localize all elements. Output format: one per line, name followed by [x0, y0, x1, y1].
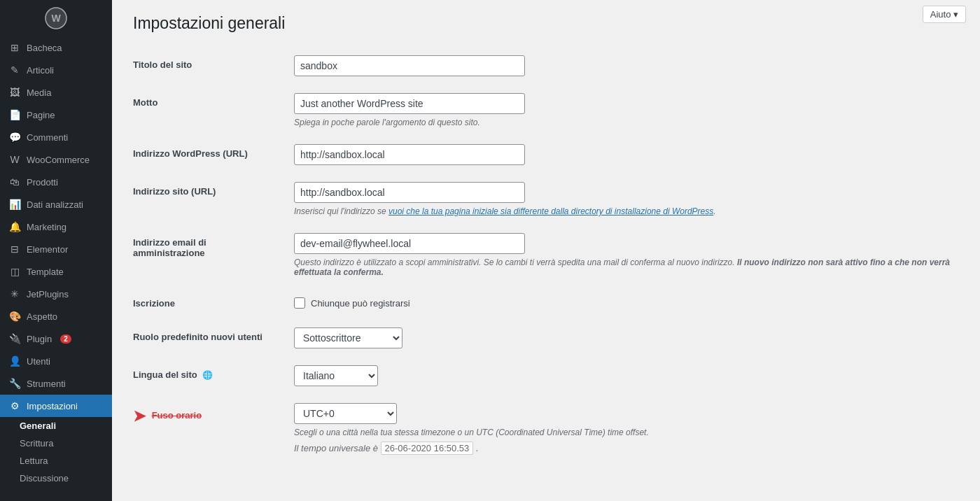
sidebar-item-label-elementor: Elementor: [27, 244, 68, 255]
field-label-lingua: Lingua del sito 🌐: [133, 357, 287, 395]
arrow-indicator: ➤: [133, 407, 146, 425]
sub-nav-discussione[interactable]: Discussione: [0, 470, 112, 487]
dati-analizzati-icon: 📊: [8, 199, 21, 210]
sidebar-item-label-template: Template: [27, 267, 64, 277]
timezone-time-value: 26-06-2020 16:50.53: [381, 442, 474, 455]
media-icon: 🖼: [8, 87, 21, 98]
field-row-ruolo: Ruolo predefinito nuovi utenti Sottoscri…: [133, 319, 959, 357]
sidebar-item-label-pagine: Pagine: [27, 110, 55, 120]
sub-nav-generali[interactable]: Generali: [0, 417, 112, 435]
sidebar-item-jetplugins[interactable]: ✳JetPlugins: [0, 283, 112, 305]
sidebar-item-label-utenti: Utenti: [27, 356, 50, 367]
field-row-fuso-orario: ➤ Fuso orario UTC+0 UTC+1 UTC+2 UTC+3 Eu…: [133, 395, 959, 463]
motto-input[interactable]: [294, 93, 525, 114]
sidebar-item-commenti[interactable]: 💬Commenti: [0, 126, 112, 148]
commenti-icon: 💬: [8, 132, 21, 143]
sub-nav-scrittura[interactable]: Scrittura: [0, 435, 112, 452]
field-label-fuso-orario: ➤ Fuso orario: [133, 395, 287, 463]
svg-text:W: W: [51, 13, 61, 24]
field-label-admin-email: Indirizzo email di amministrazione: [133, 225, 287, 285]
language-icon: 🌐: [202, 370, 213, 380]
main-content: Impostazioni generali Titolo del sito Mo…: [112, 0, 980, 501]
marketing-icon: 🔔: [8, 221, 21, 232]
field-row-motto: Motto Spiega in poche parole l'argomento…: [133, 85, 959, 136]
sidebar-item-strumenti[interactable]: 🔧Strumenti: [0, 372, 112, 395]
wp-logo: W: [43, 6, 69, 31]
sidebar-item-label-marketing: Marketing: [27, 222, 66, 232]
sidebar-item-label-woocommerce: WooCommerce: [27, 155, 90, 165]
bacheca-icon: ⊞: [8, 42, 21, 53]
strumenti-icon: 🔧: [8, 378, 21, 389]
site-address-link[interactable]: vuoi che la tua pagina iniziale sia diff…: [388, 206, 713, 216]
sidebar-item-woocommerce[interactable]: WWooCommerce: [0, 148, 112, 171]
field-label-site-title: Titolo del sito: [133, 47, 287, 85]
field-label-wp-address: Indirizzo WordPress (URL): [133, 136, 287, 174]
plugin-icon: 🔌: [8, 333, 21, 344]
sidebar-item-label-strumenti: Strumenti: [27, 379, 66, 389]
fuso-orario-description: Scegli o una città nella tua stessa time…: [294, 428, 952, 437]
admin-email-input[interactable]: [294, 233, 525, 254]
articoli-icon: ✎: [8, 64, 21, 76]
help-button-label: Aiuto ▾: [930, 9, 958, 20]
sidebar-item-utenti[interactable]: 👤Utenti: [0, 350, 112, 372]
site-title-input[interactable]: [294, 55, 525, 76]
sidebar-item-pagine[interactable]: 📄Pagine: [0, 104, 112, 126]
sidebar-item-aspetto[interactable]: 🎨Aspetto: [0, 305, 112, 327]
field-label-site-address: Indirizzo sito (URL): [133, 174, 287, 225]
sidebar-item-bacheca[interactable]: ⊞Bacheca: [0, 36, 112, 59]
field-row-iscrizione: Iscrizione Chiunque può registrarsi: [133, 285, 959, 319]
sidebar-item-template[interactable]: ◫Template: [0, 260, 112, 283]
timezone-current-time: Il tempo universale è 26-06-2020 16:50.5…: [294, 442, 952, 455]
impostazioni-icon: ⚙: [8, 400, 21, 411]
sidebar-item-marketing[interactable]: 🔔Marketing: [0, 216, 112, 238]
sidebar-item-label-dati-analizzati: Dati analizzati: [27, 199, 83, 210]
lingua-select[interactable]: Italiano English Deutsch Español Françai…: [294, 365, 378, 386]
sidebar-item-impostazioni[interactable]: ⚙Impostazioni: [0, 395, 112, 417]
sidebar-item-plugin[interactable]: 🔌Plugin2: [0, 327, 112, 350]
sidebar-items-container: ⊞Bacheca✎Articoli🖼Media📄Pagine💬CommentiW…: [0, 36, 112, 487]
woocommerce-icon: W: [8, 154, 21, 165]
iscrizione-checkbox-label: Chiunque può registrarsi: [311, 298, 410, 309]
badge-plugin: 2: [60, 334, 71, 344]
sidebar-item-label-articoli: Articoli: [27, 65, 54, 76]
iscrizione-checkbox[interactable]: [294, 297, 305, 309]
sidebar-item-label-plugin: Plugin: [27, 334, 52, 344]
sidebar-item-label-prodotti: Prodotti: [27, 177, 58, 188]
field-row-site-title: Titolo del sito: [133, 47, 959, 85]
sidebar-item-media[interactable]: 🖼Media: [0, 81, 112, 104]
field-row-admin-email: Indirizzo email di amministrazione Quest…: [133, 225, 959, 285]
field-row-site-address: Indirizzo sito (URL) Inserisci qui l'ind…: [133, 174, 959, 225]
page-title: Impostazioni generali: [133, 14, 959, 33]
fuso-orario-select[interactable]: UTC+0 UTC+1 UTC+2 UTC+3 Europe/Rome: [294, 403, 397, 424]
sidebar-item-articoli[interactable]: ✎Articoli: [0, 59, 112, 81]
sidebar-item-label-bacheca: Bacheca: [27, 43, 62, 53]
aspetto-icon: 🎨: [8, 311, 21, 322]
sidebar-item-label-aspetto: Aspetto: [27, 311, 57, 322]
sidebar-item-prodotti[interactable]: 🛍Prodotti: [0, 171, 112, 193]
prodotti-icon: 🛍: [8, 176, 21, 188]
field-label-motto: Motto: [133, 85, 287, 136]
field-row-lingua: Lingua del sito 🌐 Italiano English Deuts…: [133, 357, 959, 395]
sub-nav-lettura[interactable]: Lettura: [0, 452, 112, 470]
elementor-icon: ⊟: [8, 244, 21, 255]
jetplugins-icon: ✳: [8, 288, 21, 299]
sidebar-item-label-media: Media: [27, 87, 51, 98]
site-address-description: Inserisci qui l'indirizzo se vuoi che la…: [294, 206, 952, 216]
template-icon: ◫: [8, 266, 21, 277]
sidebar-item-label-jetplugins: JetPlugins: [27, 289, 69, 299]
sidebar: W ⊞Bacheca✎Articoli🖼Media📄Pagine💬Comment…: [0, 0, 112, 501]
motto-description: Spiega in poche parole l'argomento di qu…: [294, 118, 952, 127]
field-label-ruolo: Ruolo predefinito nuovi utenti: [133, 319, 287, 357]
field-label-iscrizione: Iscrizione: [133, 285, 287, 319]
ruolo-select[interactable]: Sottoscrittore Abbonato Collaboratore Au…: [294, 327, 402, 348]
sidebar-item-elementor[interactable]: ⊟Elementor: [0, 238, 112, 260]
iscrizione-checkbox-row: Chiunque può registrarsi: [294, 297, 952, 309]
site-address-input[interactable]: [294, 182, 525, 203]
wp-address-input[interactable]: [294, 144, 525, 165]
field-row-wp-address: Indirizzo WordPress (URL): [133, 136, 959, 174]
help-button[interactable]: Aiuto ▾: [923, 6, 966, 23]
utenti-icon: 👤: [8, 355, 21, 367]
sidebar-item-label-impostazioni: Impostazioni: [27, 401, 78, 411]
sidebar-item-dati-analizzati[interactable]: 📊Dati analizzati: [0, 193, 112, 216]
sidebar-item-label-commenti: Commenti: [27, 132, 68, 143]
